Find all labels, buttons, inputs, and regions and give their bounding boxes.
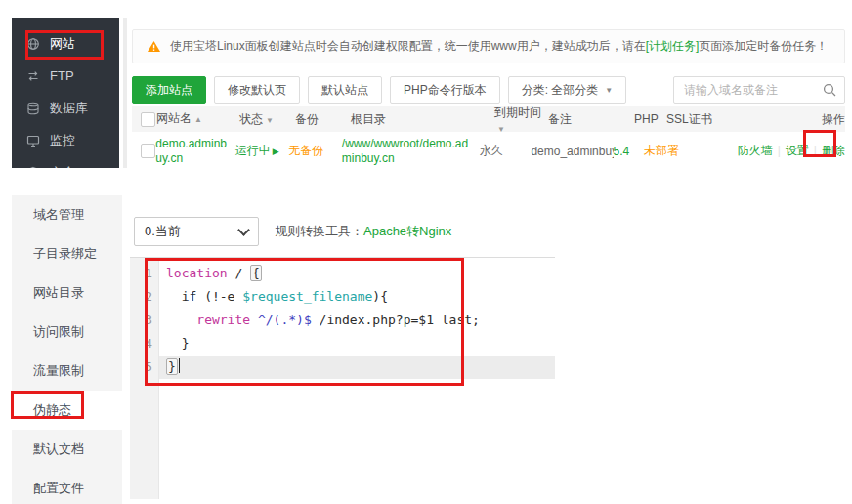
header-php: PHP xyxy=(634,112,666,126)
site-table-header: 网站名▲ 状态▼ 备份 根目录 到期时间▼ 备注 PHP SSL证书 操作 xyxy=(132,106,845,132)
row-checkbox[interactable] xyxy=(141,144,155,158)
sidebar-item-label: 数据库 xyxy=(50,100,88,117)
running-play-icon: ▶ xyxy=(273,147,279,156)
code-line: } xyxy=(159,332,555,356)
code-token-keyword: location xyxy=(166,266,234,280)
note-value: demo_adminbuy_c xyxy=(531,145,613,158)
code-token-bracket: { xyxy=(250,265,262,281)
chevron-down-icon xyxy=(237,224,250,236)
shield-icon xyxy=(26,166,40,169)
main-sidebar: 网站 FTP 数据库 监控 安全 xyxy=(12,18,119,168)
menu-item-default-doc[interactable]: 默认文档 xyxy=(12,430,122,469)
line-number: 1 xyxy=(130,262,158,285)
code-token: if (!-e xyxy=(166,289,242,304)
warning-triangle-icon xyxy=(147,40,161,53)
settings-link[interactable]: 设置 xyxy=(786,144,809,157)
database-icon xyxy=(26,102,40,115)
code-line-active: } xyxy=(159,356,555,379)
root-dir-link[interactable]: /www/wwwroot/demo.adminbuy.cn xyxy=(342,137,468,165)
rule-tool-label: 规则转换工具： xyxy=(275,223,363,240)
code-token-regex: ^/(.*)$ xyxy=(258,313,312,327)
code-line: location / { xyxy=(159,262,555,285)
site-search-box xyxy=(673,76,845,104)
sidebar-item-label: 安全 xyxy=(50,164,75,169)
apache-to-nginx-link[interactable]: Apache转Nginx xyxy=(363,223,451,240)
bt-panel-screenshot: 网站 FTP 数据库 监控 安全 使用宝塔Linux面板创建站点时会自动创建权限… xyxy=(0,0,852,504)
header-root-dir: 根目录 xyxy=(351,112,494,127)
cron-tasks-link[interactable]: [计划任务] xyxy=(646,39,700,53)
sidebar-item-ftp[interactable]: FTP xyxy=(12,60,119,92)
menu-item-traffic-limit[interactable]: 流量限制 xyxy=(12,352,122,391)
globe-icon xyxy=(26,37,40,51)
ssl-status-link[interactable]: 未部署 xyxy=(644,144,679,157)
sidebar-item-security[interactable]: 安全 xyxy=(12,156,119,168)
menu-item-domain-manage[interactable]: 域名管理 xyxy=(12,195,122,234)
php-version-value: 5.4 xyxy=(614,145,630,158)
line-number: 5 xyxy=(130,356,158,379)
header-expire[interactable]: 到期时间▼ xyxy=(494,105,548,135)
header-ssl: SSL证书 xyxy=(666,111,764,128)
site-name-link[interactable]: demo.adminbuy.cn xyxy=(155,137,227,165)
code-token xyxy=(166,313,196,327)
code-line: if (!-e $request_filename){ xyxy=(159,285,555,309)
code-line: rewrite ^/(.*)$ /index.php?p=$1 last; xyxy=(159,309,555,332)
site-search-input[interactable] xyxy=(674,83,823,97)
rewrite-rule-select-value: 0.当前 xyxy=(145,223,181,240)
sidebar-item-label: 监控 xyxy=(50,132,75,149)
sidebar-item-websites[interactable]: 网站 xyxy=(12,27,119,60)
modify-default-page-button[interactable]: 修改默认页 xyxy=(214,76,300,104)
menu-item-config-file[interactable]: 配置文件 xyxy=(12,469,122,504)
header-note: 备注 xyxy=(548,111,634,128)
default-site-button[interactable]: 默认站点 xyxy=(308,76,382,104)
editor-code-area[interactable]: location / { if (!-e $request_filename){… xyxy=(159,258,555,499)
add-site-button[interactable]: 添加站点 xyxy=(132,76,206,104)
rewrite-rule-bar: 0.当前 规则转换工具： Apache转Nginx xyxy=(134,217,451,246)
header-status[interactable]: 状态▼ xyxy=(239,111,295,128)
menu-item-rewrite[interactable]: 伪静态 xyxy=(12,391,122,430)
code-token-bracket: } xyxy=(166,358,178,375)
code-token: ){ xyxy=(372,289,388,304)
code-token-variable: $request_filename xyxy=(242,289,372,304)
php-cli-version-button[interactable]: PHP命令行版本 xyxy=(390,76,500,104)
row-checkbox-cell xyxy=(132,144,155,158)
category-filter-dropdown[interactable]: 分类: 全部分类 ▼ xyxy=(508,76,627,104)
ops-divider: | xyxy=(814,144,817,157)
sort-asc-icon: ▲ xyxy=(194,115,202,124)
websites-page: 使用宝塔Linux面板创建站点时会自动创建权限配置，统一使用www用户，建站成功… xyxy=(132,18,845,168)
backup-status-link[interactable]: 无备份 xyxy=(288,144,323,157)
sidebar-item-label: FTP xyxy=(50,68,74,83)
code-token: / xyxy=(234,266,250,280)
editor-gutter: 1 2 3 4 5 xyxy=(130,258,159,499)
transfer-arrows-icon xyxy=(26,69,40,83)
expire-value: 永久 xyxy=(480,143,532,159)
select-all-checkbox[interactable] xyxy=(141,112,155,127)
monitor-icon xyxy=(26,134,40,147)
delete-link[interactable]: 删除 xyxy=(822,144,845,157)
line-number: 2 xyxy=(130,285,158,309)
sidebar-item-label: 网站 xyxy=(50,35,75,53)
menu-item-subdir-binding[interactable]: 子目录绑定 xyxy=(12,234,122,273)
menu-item-access-limit[interactable]: 访问限制 xyxy=(12,313,122,352)
site-table-row: demo.adminbuy.cn 运行中▶ 无备份 /www/wwwroot/d… xyxy=(132,132,845,168)
site-status-link[interactable]: 运行中▶ xyxy=(235,144,279,157)
menu-item-site-dir[interactable]: 网站目录 xyxy=(12,273,122,313)
sidebar-item-database[interactable]: 数据库 xyxy=(12,92,119,124)
rewrite-rule-select[interactable]: 0.当前 xyxy=(134,217,259,246)
caret-down-icon: ▼ xyxy=(605,86,613,95)
warning-banner: 使用宝塔Linux面板创建站点时会自动创建权限配置，统一使用www用户，建站成功… xyxy=(132,29,845,63)
sort-desc-icon: ▼ xyxy=(266,116,274,125)
sidebar-item-monitor[interactable]: 监控 xyxy=(12,124,119,156)
code-token: /index.php?p=$1 last; xyxy=(312,313,480,327)
text-cursor xyxy=(179,358,180,373)
header-checkbox-cell xyxy=(132,112,156,127)
header-site-name[interactable]: 网站名▲ xyxy=(156,111,239,127)
search-icon[interactable] xyxy=(823,83,836,97)
header-backup: 备份 xyxy=(295,111,351,128)
rewrite-code-editor: 1 2 3 4 5 location / { if (!-e $request_… xyxy=(130,257,555,499)
warning-text-prefix: 使用宝塔Linux面板创建站点时会自动创建权限配置，统一使用www用户，建站成功… xyxy=(170,39,646,53)
category-filter-label: 分类: 全部分类 xyxy=(522,82,599,99)
firewall-link[interactable]: 防火墙 xyxy=(738,144,773,157)
row-operations: 防火墙|设置|删除 xyxy=(738,143,845,159)
site-settings-menu: 域名管理 子目录绑定 网站目录 访问限制 流量限制 伪静态 默认文档 配置文件 xyxy=(12,195,122,504)
sidebar-scrollbar-track[interactable] xyxy=(123,18,127,168)
